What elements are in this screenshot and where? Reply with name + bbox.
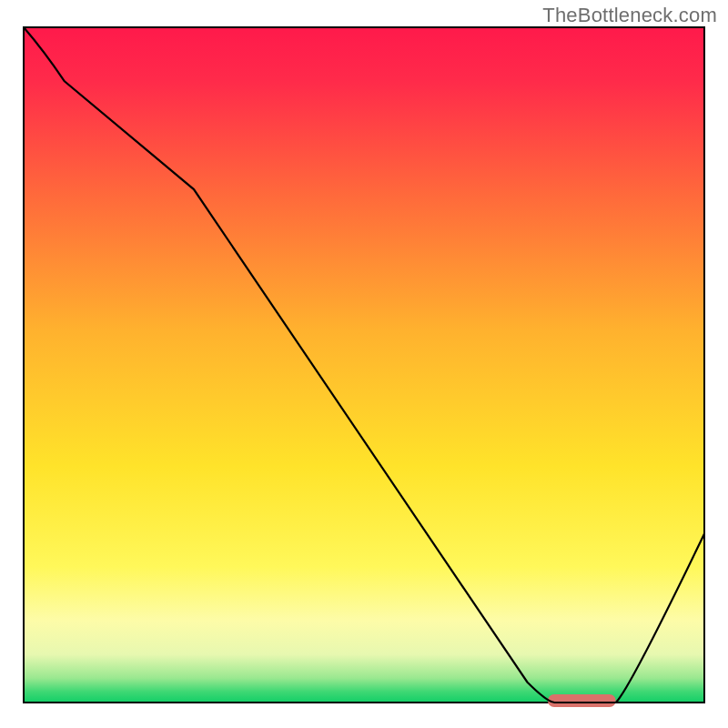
watermark-text: TheBottleneck.com <box>542 4 717 27</box>
optimal-marker <box>548 694 616 707</box>
chart-container: TheBottleneck.com <box>0 0 728 728</box>
plot-background <box>25 28 703 702</box>
bottleneck-chart <box>0 0 728 728</box>
